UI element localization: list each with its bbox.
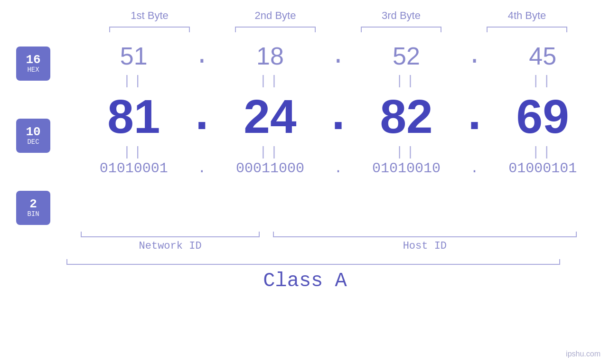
- byte1-header: 1st Byte: [102, 9, 197, 22]
- dec-val-4: 69: [486, 89, 600, 144]
- host-id-bracket: [273, 232, 577, 237]
- main-content: 16 HEX 10 DEC 2 BIN 51 .: [0, 42, 610, 225]
- eq2-4: ||: [486, 145, 600, 159]
- eq2-3: ||: [349, 145, 463, 159]
- hex-base: 16: [26, 54, 40, 66]
- top-brackets: [87, 27, 590, 32]
- eq1-1: ||: [77, 74, 191, 88]
- hex-val-1: 51: [77, 42, 191, 70]
- main-container: 1st Byte 2nd Byte 3rd Byte 4th Byte 16 H…: [0, 0, 610, 364]
- dec-val-2: 24: [213, 89, 327, 144]
- bin-base: 2: [29, 198, 37, 210]
- hex-dot-3: .: [465, 42, 484, 70]
- bracket-line-4: [487, 27, 567, 32]
- bracket-line-3: [361, 27, 441, 32]
- bin-dot-1: .: [192, 160, 211, 177]
- dec-dot-3: .: [465, 90, 484, 143]
- byte2-header: 2nd Byte: [228, 9, 323, 22]
- bracket-1: [102, 27, 197, 32]
- byte3-header: 3rd Byte: [354, 9, 449, 22]
- eq2-1: ||: [77, 145, 191, 159]
- bin-val-4: 01000101: [486, 160, 600, 177]
- values-grid: 51 . 18 . 52 . 45: [66, 42, 610, 179]
- eq1-2: ||: [213, 74, 327, 88]
- hex-val-4: 45: [486, 42, 600, 70]
- dec-val-1: 81: [77, 89, 191, 144]
- bottom-section: Network ID Host ID: [0, 230, 610, 252]
- dec-row: 81 . 24 . 82 . 69: [66, 89, 610, 144]
- hex-dot-1: .: [192, 42, 211, 70]
- bracket-line-1: [109, 27, 190, 32]
- equals-row-1: || || || ||: [66, 74, 610, 88]
- host-id-label: Host ID: [273, 240, 577, 252]
- bracket-2: [228, 27, 323, 32]
- hex-val-2: 18: [213, 42, 327, 70]
- dec-label: DEC: [27, 138, 39, 146]
- dec-val-3: 82: [349, 89, 463, 144]
- bin-val-2: 00011000: [213, 160, 327, 177]
- bin-val-3: 01010010: [349, 160, 463, 177]
- hex-val-3: 52: [349, 42, 463, 70]
- bin-label: BIN: [27, 210, 39, 218]
- bin-badge: 2 BIN: [16, 191, 50, 225]
- eq2-2: ||: [213, 145, 327, 159]
- network-id-bracket: [81, 232, 260, 237]
- byte-headers: 1st Byte 2nd Byte 3rd Byte 4th Byte: [87, 9, 590, 22]
- class-bracket-wrapper: [0, 259, 610, 265]
- bin-val-1: 01010001: [77, 160, 191, 177]
- bracket-line-2: [235, 27, 316, 32]
- dec-base: 10: [26, 126, 40, 138]
- class-bracket: [66, 259, 560, 265]
- class-section: Class A: [0, 259, 610, 292]
- hex-row: 51 . 18 . 52 . 45: [66, 42, 610, 70]
- badges-column: 16 HEX 10 DEC 2 BIN: [0, 42, 66, 225]
- class-a-label: Class A: [0, 270, 610, 292]
- hex-label: HEX: [27, 66, 39, 74]
- dec-dot-2: .: [328, 90, 347, 143]
- bracket-4: [479, 27, 574, 32]
- bracket-3: [354, 27, 449, 32]
- eq1-4: ||: [486, 74, 600, 88]
- byte4-header: 4th Byte: [479, 9, 574, 22]
- bin-dot-2: .: [328, 160, 347, 177]
- hex-dot-2: .: [328, 42, 347, 70]
- equals-row-2: || || || ||: [66, 145, 610, 159]
- bin-row: 01010001 . 00011000 . 01010010 .: [66, 160, 610, 177]
- network-id-label: Network ID: [81, 240, 260, 252]
- watermark: ipshu.com: [566, 350, 601, 358]
- bin-dot-3: .: [465, 160, 484, 177]
- hex-badge: 16 HEX: [16, 47, 50, 81]
- dec-dot-1: .: [192, 90, 211, 143]
- eq1-3: ||: [349, 74, 463, 88]
- dec-badge: 10 DEC: [16, 119, 50, 153]
